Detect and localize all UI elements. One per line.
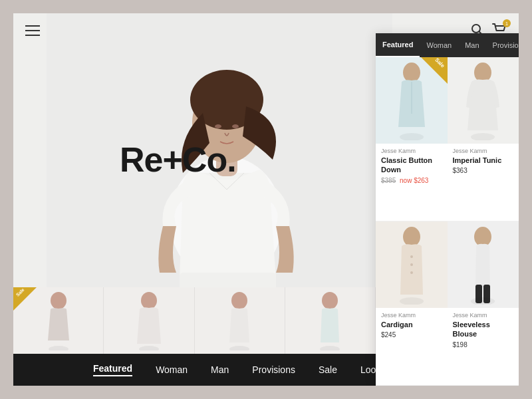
svg-point-19	[51, 292, 66, 309]
product-price-2: $363	[453, 167, 514, 174]
panel-tab-woman[interactable]: Woman	[420, 33, 458, 57]
product-brand-4: Jesse Kamm	[453, 312, 514, 319]
product-image-2	[448, 57, 519, 144]
product-name-2: Imperial Tunic	[453, 156, 514, 165]
svg-rect-13	[25, 30, 40, 31]
product-brand-1: Jesse Kamm	[381, 148, 442, 154]
svg-point-8	[232, 124, 239, 128]
product-image-1: Sale	[376, 57, 448, 144]
product-name-3: Cardigan	[381, 320, 442, 329]
cart-badge: 1	[503, 19, 511, 27]
svg-point-15	[472, 25, 480, 33]
svg-point-36	[400, 297, 424, 305]
strip-sale-badge-1	[13, 287, 37, 311]
strip-product-3[interactable]	[195, 287, 285, 354]
product-brand-3: Jesse Kamm	[381, 312, 442, 319]
strip-product-1[interactable]: Sale	[13, 287, 104, 354]
strip-product-2[interactable]	[104, 287, 194, 354]
svg-rect-12	[25, 25, 40, 27]
product-image-4	[448, 221, 519, 308]
svg-point-27	[403, 63, 420, 82]
product-card-3[interactable]: Jesse Kamm Cardigan $245	[376, 221, 448, 386]
svg-point-35	[410, 271, 413, 274]
original-price-1: $385	[381, 177, 396, 184]
svg-point-37	[474, 227, 491, 247]
product-name-4: Sleeveless Blouse	[453, 320, 514, 339]
product-info-2: Jesse Kamm Imperial Tunic $363	[448, 144, 519, 180]
svg-point-24	[229, 346, 249, 350]
svg-rect-14	[25, 35, 40, 36]
product-panel: Featured Woman Man Provisions Sale Sale	[376, 33, 519, 386]
product-info-1: Jesse Kamm Classic Button Down $385 now …	[376, 144, 448, 190]
nav-man[interactable]: Man	[211, 364, 229, 375]
svg-point-31	[471, 133, 495, 140]
menu-icon[interactable]	[25, 25, 40, 38]
strip-product-4[interactable]	[285, 287, 376, 354]
nav-sale[interactable]: Sale	[319, 364, 337, 375]
product-price-1: $385 now $263	[381, 177, 442, 184]
product-info-4: Jesse Kamm Sleeveless Blouse $198	[448, 308, 519, 354]
svg-point-20	[49, 346, 68, 350]
svg-point-21	[141, 292, 157, 309]
main-container: Re+Co.	[13, 13, 519, 386]
product-card-2[interactable]: Jesse Kamm Imperial Tunic $363	[448, 57, 519, 221]
nav-provisions[interactable]: Provisions	[252, 364, 295, 375]
panel-tab-featured[interactable]: Featured	[376, 33, 420, 57]
brand-logo: Re+Co.	[120, 140, 236, 180]
product-image-3	[376, 221, 448, 308]
svg-point-40	[471, 297, 495, 305]
product-grid: Sale Jesse Kamm Classic Button Down $385…	[376, 57, 519, 386]
bottom-product-strip: Sale	[13, 287, 376, 354]
svg-point-7	[215, 124, 221, 128]
panel-tab-provisions[interactable]: Provisions	[486, 33, 519, 57]
svg-point-26	[320, 346, 340, 350]
product-price-4: $198	[453, 341, 514, 348]
sale-price-1: now $263	[400, 177, 428, 184]
product-info-3: Jesse Kamm Cardigan $245	[376, 308, 448, 344]
product-card-1[interactable]: Sale Jesse Kamm Classic Button Down $385…	[376, 57, 448, 221]
svg-point-29	[400, 133, 424, 140]
svg-point-25	[322, 292, 338, 309]
svg-point-33	[410, 255, 413, 258]
product-brand-2: Jesse Kamm	[453, 148, 514, 154]
product-name-1: Classic Button Down	[381, 156, 442, 175]
svg-point-34	[410, 263, 413, 266]
svg-point-23	[231, 292, 247, 309]
nav-featured[interactable]: Featured	[93, 363, 132, 376]
svg-point-30	[474, 63, 491, 82]
nav-woman[interactable]: Woman	[156, 364, 188, 375]
product-price-3: $245	[381, 331, 442, 338]
panel-tabs: Featured Woman Man Provisions Sale	[376, 33, 519, 57]
svg-point-22	[139, 346, 159, 350]
product-card-4[interactable]: Jesse Kamm Sleeveless Blouse $198	[448, 221, 519, 386]
svg-point-32	[403, 227, 420, 247]
panel-tab-man[interactable]: Man	[458, 33, 485, 57]
